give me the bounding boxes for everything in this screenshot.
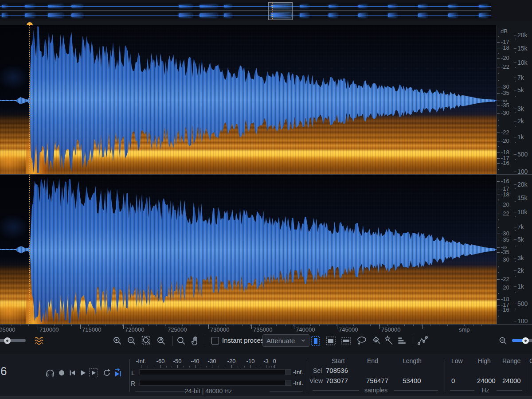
db-tick-label: -20 <box>501 201 509 208</box>
timeline-minor-tick <box>456 325 456 326</box>
freq-tick-label: 2k <box>517 267 524 274</box>
zoom-in-button[interactable] <box>112 335 123 347</box>
db-tick <box>497 252 500 253</box>
db-tick <box>497 260 500 260</box>
db-tick <box>497 234 500 234</box>
magnify-tool-button[interactable] <box>176 335 187 347</box>
vertical-zoom-slider-handle[interactable] <box>522 337 529 344</box>
freq-tick <box>514 184 516 185</box>
db-tick <box>497 158 500 159</box>
spectrogram-waveform-blend-icon[interactable] <box>33 335 45 347</box>
db-tick <box>497 133 500 133</box>
overview-transient-blip <box>448 13 457 17</box>
spectrogram-right-channel[interactable] <box>0 175 497 324</box>
db-tick <box>497 240 500 240</box>
lasso-selection-tool-button[interactable] <box>356 335 368 347</box>
freq-range-value[interactable]: 24000 <box>502 377 521 384</box>
timeline-ruler[interactable]: smp 705000710000715000720000725000730000… <box>0 324 532 334</box>
meter-scale-minor-tick <box>244 366 245 368</box>
sel-start-value[interactable]: 708536 <box>326 367 348 374</box>
divider-line <box>394 390 438 391</box>
timeline-major-tick <box>166 325 166 329</box>
loop-playback-button[interactable] <box>101 367 113 379</box>
zoom-to-fit-button[interactable] <box>156 335 167 347</box>
sel-row-label: Sel <box>313 367 322 374</box>
time-selection-tool-button[interactable] <box>310 335 321 347</box>
timeline-major-tick <box>422 325 423 329</box>
overview-transient-blip <box>25 5 35 8</box>
play-button[interactable] <box>77 367 89 379</box>
freq-high-value[interactable]: 24000 <box>477 377 496 384</box>
timeline-tick-label: 740000 <box>296 326 315 333</box>
db-tick-label: -30 <box>501 230 509 237</box>
freq-tick-label: 7k <box>517 74 524 81</box>
db-tick <box>497 181 500 182</box>
timeline-major-tick <box>337 325 337 329</box>
vertical-zoom-out-button[interactable] <box>497 335 509 347</box>
freq-tick <box>514 109 516 109</box>
meter-scale-minor-tick <box>183 366 184 368</box>
db-tick <box>497 67 500 67</box>
amplitude-frequency-ruler-left: dB µ -17-18-20-22-30-35-∞-35-30-22-20-18… <box>497 25 532 174</box>
overview-transient-blip <box>200 5 217 8</box>
freq-tick <box>514 239 516 240</box>
overview-transient-blip <box>48 5 63 8</box>
db-tick <box>497 310 500 310</box>
frequency-selection-tool-button[interactable] <box>340 335 352 347</box>
overview-divider <box>0 10 491 11</box>
zoom-out-button[interactable] <box>126 335 137 347</box>
db-tick <box>497 42 500 43</box>
view-length-value[interactable]: 53400 <box>403 377 421 384</box>
freq-tick <box>514 35 516 35</box>
freq-low-value[interactable]: 0 <box>451 377 455 384</box>
go-to-start-button[interactable] <box>66 367 78 379</box>
freq-tick <box>514 78 516 78</box>
brush-selection-tool-button[interactable] <box>372 335 383 347</box>
view-end-value[interactable]: 756477 <box>366 377 388 384</box>
overview-transient-blip <box>418 13 427 17</box>
db-tick <box>497 247 500 248</box>
meter-scale-label: 0 <box>273 358 276 364</box>
freq-minor-tick <box>515 276 516 277</box>
db-tick-label: -30 <box>501 83 509 90</box>
freq-minor-tick <box>515 39 516 39</box>
meter-scale-major-tick <box>141 365 141 368</box>
overview-selection-box[interactable] <box>268 2 293 20</box>
toolbar-separator <box>172 336 173 346</box>
freq-minor-tick <box>515 159 516 160</box>
process-mode-dropdown[interactable]: Attenuate <box>262 334 309 347</box>
play-selection-button[interactable] <box>88 367 99 379</box>
db-tick <box>497 163 500 164</box>
meter-left-value: -Inf. <box>293 369 303 376</box>
timeline-tick-label: 720000 <box>125 326 144 333</box>
timeline-minor-tick <box>473 325 473 326</box>
play-from-selection-end-button[interactable] <box>113 367 124 379</box>
meter-scale-minor-tick <box>225 366 225 368</box>
harmonics-selection-icon[interactable] <box>396 335 407 347</box>
timeline-minor-tick <box>234 325 234 326</box>
waveform-left-channel <box>0 25 497 174</box>
db-minor-tick <box>498 227 499 228</box>
db-tick <box>497 205 500 205</box>
monitor-headphones-button[interactable] <box>44 367 56 379</box>
instant-process-checkbox[interactable] <box>211 337 219 344</box>
freq-tick-label: 20k <box>517 181 528 188</box>
hand-grab-tool-button[interactable] <box>190 335 201 347</box>
blend-slider-handle[interactable] <box>4 337 11 344</box>
overview-transient-blip <box>300 5 309 8</box>
magic-wand-tool-button[interactable] <box>383 335 395 347</box>
freq-tick-label: 15k <box>517 45 528 52</box>
time-frequency-selection-tool-button[interactable] <box>325 335 336 347</box>
samples-unit-label: samples <box>364 387 387 394</box>
overview-transient-blip <box>329 5 337 8</box>
view-start-value[interactable]: 703077 <box>326 377 348 384</box>
timeline-major-tick <box>123 325 124 329</box>
overview-minimap[interactable] <box>0 0 532 21</box>
db-tick <box>497 288 500 288</box>
overview-transient-blip <box>448 5 457 8</box>
record-button[interactable] <box>56 367 67 379</box>
zoom-to-selection-button[interactable] <box>141 335 153 347</box>
node-curve-tool-button[interactable] <box>417 335 429 347</box>
db-tick-label: -22 <box>501 129 509 136</box>
spectrogram-left-channel[interactable] <box>0 25 497 174</box>
